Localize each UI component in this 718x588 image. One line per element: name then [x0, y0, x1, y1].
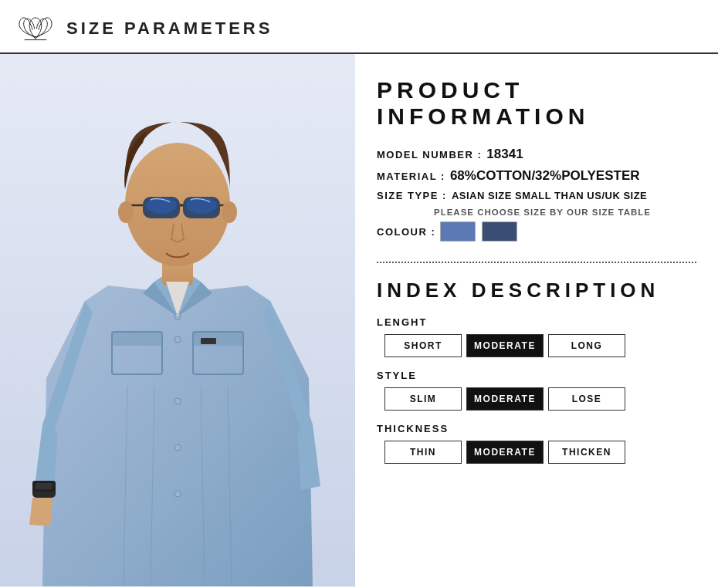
material-value: 68%COTTON/32%POLYESTER [450, 168, 640, 184]
button-row-1: SLIMMODERATELOSE [384, 387, 696, 411]
button-row-2: THINMODERATETHICKEN [384, 441, 696, 464]
index-label-2: THICKNESS [377, 423, 696, 434]
index-label-1: STYLE [377, 370, 696, 381]
option-short-0[interactable]: SHORT [384, 334, 462, 357]
colour-swatch-1[interactable] [440, 221, 476, 242]
index-category-style: STYLESLIMMODERATELOSE [377, 370, 696, 411]
option-slim-1[interactable]: SLIM [384, 387, 462, 411]
colour-row: COLOUR : [377, 221, 696, 242]
divider [377, 262, 696, 263]
info-area: PRODUCT INFORMATION MODEL NUMBER : 18341… [355, 54, 718, 586]
lotus-icon [15, 14, 56, 43]
model-photo-area [0, 54, 355, 586]
model-figure [0, 54, 355, 586]
header: SIZE PARAMETERS [0, 0, 718, 54]
option-lose-1[interactable]: LOSE [548, 387, 625, 411]
colour-swatch-2[interactable] [482, 221, 517, 242]
material-row: MATERIAL : 68%COTTON/32%POLYESTER [377, 168, 696, 184]
index-sections: LENGHTSHORTMODERATELONGSTYLESLIMMODERATE… [377, 316, 696, 476]
option-thin-2[interactable]: THIN [384, 441, 462, 464]
size-type-label: SIZE TYPE : [377, 190, 447, 201]
size-type-row: SIZE TYPE : ASIAN SIZE SMALL THAN US/UK … [377, 190, 696, 201]
model-illustration [0, 54, 355, 586]
option-long-0[interactable]: LONG [548, 334, 625, 357]
material-label: MATERIAL : [377, 171, 445, 182]
button-row-0: SHORTMODERATELONG [384, 334, 696, 357]
index-category-thickness: THICKNESSTHINMODERATETHICKEN [377, 423, 696, 464]
svg-point-20 [118, 201, 134, 223]
model-number-row: MODEL NUMBER : 18341 [377, 147, 696, 162]
svg-rect-24 [201, 338, 216, 344]
svg-point-11 [174, 491, 181, 497]
size-type-value: ASIAN SIZE SMALL THAN US/UK SIZE [452, 190, 647, 201]
colour-label: COLOUR : [377, 226, 435, 238]
svg-point-10 [174, 444, 181, 451]
svg-point-21 [222, 201, 237, 223]
svg-rect-5 [112, 332, 162, 346]
size-note: PLEASE CHOOSE SIZE BY OUR SIZE TABLE [434, 208, 696, 217]
option-moderate-1[interactable]: MODERATE [466, 387, 544, 411]
page-title: SIZE PARAMETERS [66, 19, 273, 39]
svg-rect-23 [36, 483, 52, 489]
product-info-table: MODEL NUMBER : 18341 MATERIAL : 68%COTTO… [377, 147, 696, 249]
product-title: PRODUCT INFORMATION [377, 77, 696, 130]
svg-point-9 [174, 398, 181, 404]
svg-point-8 [174, 336, 181, 343]
index-label-0: LENGHT [377, 316, 696, 328]
option-thicken-2[interactable]: THICKEN [548, 441, 625, 464]
svg-rect-6 [193, 332, 243, 346]
option-moderate-0[interactable]: MODERATE [466, 334, 544, 357]
main-content: PRODUCT INFORMATION MODEL NUMBER : 18341… [0, 54, 718, 586]
model-number-value: 18341 [486, 147, 523, 162]
index-category-lenght: LENGHTSHORTMODERATELONG [377, 316, 696, 357]
option-moderate-2[interactable]: MODERATE [466, 441, 544, 464]
index-title: INDEX DESCRIPTION [377, 279, 696, 302]
model-number-label: MODEL NUMBER : [377, 149, 482, 161]
